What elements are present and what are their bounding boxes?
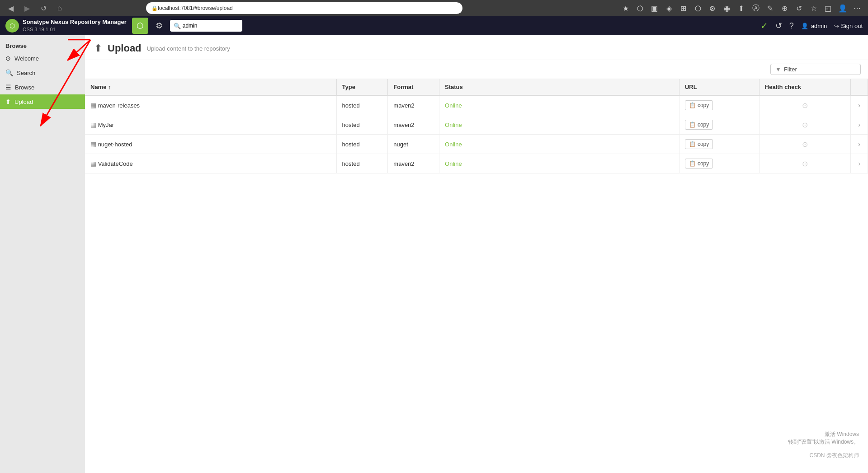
copy-button-2[interactable]: 📋 copy: [685, 139, 713, 149]
health-icon-3: ⊙: [802, 160, 808, 168]
search-icon: 🔍: [5, 69, 13, 76]
cell-format-1: maven2: [388, 115, 439, 135]
status-online-3: Online: [445, 160, 462, 167]
header-right: ✓ ↺ ? 👤 admin ↪ Sign out: [760, 20, 863, 31]
repo-icon-3: ▦: [90, 160, 96, 167]
copy-button-1[interactable]: 📋 copy: [685, 120, 713, 130]
logo-area: ⬡ Sonatype Nexus Repository Manager OSS …: [5, 19, 127, 33]
copy-label-1: copy: [698, 122, 709, 128]
browser-ext7-icon[interactable]: ◉: [721, 2, 733, 14]
repo-name-1: MyJar: [98, 122, 114, 128]
col-header-url[interactable]: URL: [679, 79, 759, 95]
header-search-input[interactable]: [183, 23, 237, 29]
sidebar-label-search: Search: [17, 70, 35, 76]
nav-refresh-button[interactable]: ↺: [37, 2, 50, 14]
cell-name-0: ▦ maven-releases: [85, 95, 336, 115]
filter-bar: ▼ Filter: [85, 60, 868, 79]
cell-format-3: maven2: [388, 154, 439, 173]
cell-health-3: ⊙: [759, 154, 850, 173]
nav-forward-button[interactable]: ▶: [21, 2, 33, 14]
sidebar-label-upload: Upload: [14, 98, 33, 105]
copy-label-0: copy: [698, 102, 709, 108]
col-header-status[interactable]: Status: [439, 79, 679, 95]
cell-format-2: nuget: [388, 135, 439, 154]
sidebar-item-upload[interactable]: ⬆ Upload: [0, 94, 85, 109]
browser-ext1-icon[interactable]: ⬡: [634, 2, 646, 14]
browser-ext8-icon[interactable]: ⬆: [735, 2, 748, 14]
browser-ext3-icon[interactable]: ◈: [663, 2, 675, 14]
repo-name-3: ValidateCode: [98, 160, 133, 167]
sidebar-label-browse: Browse: [15, 84, 34, 91]
copy-icon-0: 📋: [689, 102, 696, 108]
health-icon-0: ⊙: [802, 102, 808, 109]
copy-button-0[interactable]: 📋 copy: [685, 100, 713, 110]
cell-status-3: Online: [439, 154, 679, 173]
chevron-icon-3: ›: [858, 160, 860, 167]
cell-chevron-1[interactable]: ›: [851, 115, 868, 135]
chevron-icon-0: ›: [858, 102, 860, 109]
address-bar[interactable]: 🔒 localhost:7081/#browse/upload: [146, 2, 462, 14]
copy-icon-3: 📋: [689, 160, 696, 167]
browser-ext2-icon[interactable]: ▣: [648, 2, 661, 14]
cell-health-2: ⊙: [759, 135, 850, 154]
col-header-expand: [851, 79, 868, 95]
browser-user-icon[interactable]: 👤: [836, 2, 849, 14]
browser-menu-icon[interactable]: ⋯: [851, 2, 863, 14]
cell-url-0: 📋 copy: [679, 95, 759, 115]
sidebar-item-browse[interactable]: ☰ Browse: [0, 80, 85, 94]
nav-back-button[interactable]: ◀: [5, 2, 17, 14]
table-row: ▦ maven-releases hosted maven2 Online 📋 …: [85, 95, 868, 115]
nav-nexus-icon[interactable]: ⬡: [132, 18, 148, 34]
sidebar-item-search[interactable]: 🔍 Search: [0, 66, 85, 80]
browser-ext12-icon[interactable]: ↺: [793, 2, 806, 14]
cell-type-0: hosted: [336, 95, 388, 115]
cell-chevron-0[interactable]: ›: [851, 95, 868, 115]
cell-url-3: 📋 copy: [679, 154, 759, 173]
browser-ext9-icon[interactable]: Ⓐ: [750, 2, 762, 14]
col-header-health[interactable]: Health check: [759, 79, 850, 95]
signout-label: Sign out: [841, 23, 863, 29]
browser-collections-icon[interactable]: ◱: [822, 2, 835, 14]
windows-watermark: 激活 Windows 转到"设置"以激活 Windows。: [788, 431, 859, 446]
user-area[interactable]: 👤 admin: [801, 23, 827, 29]
cell-status-1: Online: [439, 115, 679, 135]
repository-table: Name ↑ Type Format Status URL: [85, 79, 868, 173]
signout-button[interactable]: ↪ Sign out: [834, 23, 863, 29]
repo-icon-0: ▦: [90, 102, 96, 109]
col-header-format[interactable]: Format: [388, 79, 439, 95]
cell-chevron-3[interactable]: ›: [851, 154, 868, 173]
sidebar-label-welcome: Welcome: [14, 55, 39, 62]
browser-ext10-icon[interactable]: ✎: [764, 2, 777, 14]
table-row: ▦ MyJar hosted maven2 Online 📋 copy ⊙: [85, 115, 868, 135]
system-status-icon: ✓: [760, 20, 768, 31]
refresh-icon[interactable]: ↺: [775, 21, 782, 31]
settings-icon[interactable]: ⚙: [154, 19, 165, 33]
table-row: ▦ nuget-hosted hosted nuget Online 📋 cop…: [85, 135, 868, 154]
col-header-name[interactable]: Name ↑: [85, 79, 336, 95]
sidebar-item-welcome[interactable]: ⊙ Welcome: [0, 51, 85, 66]
header-search-box[interactable]: 🔍: [170, 20, 242, 32]
cell-url-2: 📋 copy: [679, 135, 759, 154]
filter-input[interactable]: ▼ Filter: [770, 64, 861, 75]
browser-favorites-icon[interactable]: ☆: [807, 2, 820, 14]
csdn-watermark: CSDN @夜色架构师: [809, 452, 859, 459]
cell-format-0: maven2: [388, 95, 439, 115]
chevron-icon-2: ›: [858, 140, 860, 148]
page-subtitle: Upload content to the repository: [147, 45, 230, 52]
copy-button-3[interactable]: 📋 copy: [685, 159, 713, 169]
help-icon[interactable]: ?: [789, 21, 794, 31]
browser-ext6-icon[interactable]: ⊗: [706, 2, 719, 14]
status-online-2: Online: [445, 141, 462, 148]
browser-bookmark-icon[interactable]: ★: [619, 2, 632, 14]
welcome-icon: ⊙: [5, 55, 11, 62]
copy-label-3: copy: [698, 160, 709, 167]
browser-ext4-icon[interactable]: ⊞: [677, 2, 690, 14]
browser-ext5-icon[interactable]: ⬡: [692, 2, 704, 14]
nav-home-button[interactable]: ⌂: [53, 2, 66, 14]
header-search-icon: 🔍: [174, 23, 181, 29]
browser-ext11-icon[interactable]: ⊕: [778, 2, 791, 14]
copy-label-2: copy: [698, 141, 709, 147]
app-name: Sonatype Nexus Repository Manager: [23, 19, 127, 26]
cell-chevron-2[interactable]: ›: [851, 135, 868, 154]
col-header-type[interactable]: Type: [336, 79, 388, 95]
